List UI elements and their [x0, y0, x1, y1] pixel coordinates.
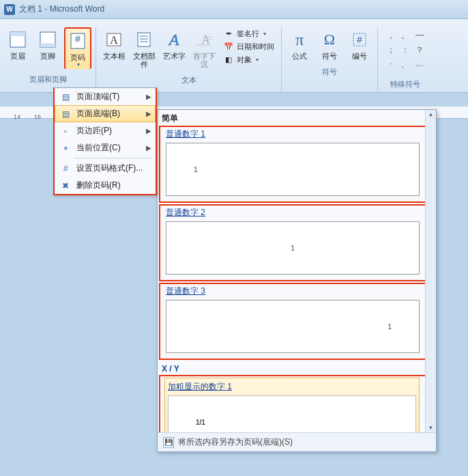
docparts-icon — [133, 29, 155, 51]
menu-format-page-numbers[interactable]: # 设置页码格式(F)... — [55, 160, 156, 177]
chevron-right-icon: ▶ — [146, 93, 151, 100]
word-icon: W — [4, 4, 15, 15]
page-number-menu: ▤ 页面顶端(T) ▶ ▤ 页面底端(B) ▶ ▫ 页边距(P) ▶ ⌖ 当前位… — [53, 87, 157, 195]
symbol-cell[interactable]: ， — [385, 30, 397, 42]
menu-page-margins[interactable]: ▫ 页边距(P) ▶ — [55, 122, 156, 139]
svg-rect-3 — [40, 43, 55, 47]
gallery-item-plain1[interactable]: 1 — [166, 143, 420, 196]
signature-button[interactable]: ✒ 签名行 ▾ — [220, 27, 277, 40]
symbol-button[interactable]: Ω 符号 — [316, 27, 343, 61]
symbol-cell[interactable]: … — [413, 59, 426, 71]
save-icon: 💾 — [163, 437, 174, 448]
sample-text: 1 — [387, 323, 392, 331]
page-bottom-icon: ▤ — [59, 109, 72, 120]
number-icon: # — [349, 29, 370, 51]
sample-text: 1 — [291, 244, 295, 252]
group-symbols: π 公式 Ω 符号 # 编号 符号 — [282, 27, 378, 92]
number-button[interactable]: # 编号 — [346, 27, 373, 61]
page-top-icon: ▤ — [59, 92, 72, 102]
footer-button[interactable]: 页脚 — [34, 27, 61, 61]
format-icon: # — [59, 163, 72, 174]
equation-button[interactable]: π 公式 — [286, 27, 313, 61]
chevron-down-icon: ▾ — [77, 61, 80, 68]
gallery-item-plain3-title: 普通数字 3 — [160, 284, 433, 298]
textbox-button[interactable]: A 文本框 — [100, 27, 128, 61]
gallery-item-bold1[interactable]: 加粗显示的数字 1 1/1 — [164, 378, 420, 432]
gallery-save-selection[interactable]: 💾 将所选内容另存为页码(底端)(S) — [158, 432, 436, 451]
scroll-down-icon[interactable]: ▼ — [428, 423, 434, 432]
dropcap-button[interactable]: A 首字下沉 — [190, 27, 218, 70]
svg-text:#: # — [357, 34, 362, 45]
sample-text: 1 — [194, 166, 198, 173]
sample-text: 1/1 — [196, 419, 205, 426]
svg-text:A: A — [168, 31, 179, 48]
scroll-up-icon[interactable]: ▲ — [428, 110, 434, 119]
textbox-icon: A — [103, 29, 125, 51]
group-special: ， 。 — ； ： ？ · 、 … 特殊符号 — [378, 27, 433, 92]
symbol-cell[interactable]: ； — [385, 44, 397, 57]
page-number-gallery: 简单 普通数字 1 1 普通数字 2 1 普通数字 3 1 X / Y 加粗显示… — [157, 109, 437, 452]
chevron-down-icon: ▾ — [256, 57, 259, 63]
gallery-category-simple: 简单 — [158, 110, 436, 126]
ribbon: 页眉 页脚 # 页码 ▾ 页眉和页脚 — [0, 19, 468, 93]
datetime-button[interactable]: 📅 日期和时间 — [220, 40, 277, 53]
group-label-symbols: 符号 — [286, 64, 373, 79]
svg-rect-8 — [138, 33, 150, 46]
group-text: A 文本框 文档部件 A 艺术字 — [96, 27, 282, 92]
svg-text:#: # — [75, 33, 81, 44]
pi-icon: π — [289, 29, 310, 51]
symbol-cell[interactable]: 。 — [399, 30, 411, 42]
group-label-special: 特殊符号 — [382, 76, 428, 91]
calendar-icon: 📅 — [223, 41, 234, 52]
ruler-tick: 16 — [34, 113, 41, 120]
symbol-cell[interactable]: ： — [399, 44, 411, 57]
omega-icon: Ω — [319, 29, 340, 51]
menu-separator — [74, 158, 153, 158]
menu-remove-page-numbers[interactable]: ✖ 删除页码(R) — [55, 177, 156, 194]
ruler-tick: 14 — [14, 113, 20, 120]
chevron-down-icon: ▾ — [263, 31, 266, 37]
chevron-right-icon: ▶ — [146, 110, 151, 117]
chevron-right-icon: ▶ — [146, 127, 151, 135]
wordart-icon: A — [163, 29, 185, 51]
object-icon: ◧ — [223, 54, 234, 65]
gallery-item-plain2-title: 普通数字 2 — [160, 206, 433, 220]
symbol-cell[interactable]: · — [385, 59, 397, 71]
object-button[interactable]: ◧ 对象 ▾ — [220, 53, 277, 66]
footer-icon — [37, 29, 59, 51]
window-title: 文档 1 - Microsoft Word — [19, 3, 104, 15]
current-pos-icon: ⌖ — [59, 143, 72, 154]
gallery-item-plain1-title: 普通数字 1 — [160, 127, 433, 141]
signature-icon: ✒ — [223, 28, 234, 39]
gallery-item-plain2[interactable]: 1 — [166, 221, 420, 275]
menu-bottom-of-page[interactable]: ▤ 页面底端(B) ▶ — [55, 105, 156, 122]
symbol-cell[interactable]: ？ — [413, 44, 426, 57]
dropcap-icon: A — [193, 29, 215, 51]
remove-icon: ✖ — [59, 180, 72, 191]
chevron-right-icon: ▶ — [146, 144, 151, 152]
group-label-text: 文本 — [100, 72, 277, 87]
gallery-item-bold1-title: 加粗显示的数字 1 — [166, 380, 418, 394]
group-header-footer: 页眉 页脚 # 页码 ▾ 页眉和页脚 — [0, 27, 96, 92]
docparts-button[interactable]: 文档部件 — [130, 27, 158, 70]
symbol-cell[interactable]: 、 — [399, 59, 411, 71]
header-icon — [7, 29, 29, 51]
gallery-category-xy: X / Y — [158, 361, 436, 375]
menu-top-of-page[interactable]: ▤ 页面顶端(T) ▶ — [55, 88, 156, 105]
title-bar: W 文档 1 - Microsoft Word — [0, 0, 468, 19]
header-button[interactable]: 页眉 — [4, 27, 31, 61]
menu-current-position[interactable]: ⌖ 当前位置(C) ▶ — [55, 139, 156, 156]
page-number-icon: # — [67, 30, 89, 52]
page-number-button[interactable]: # 页码 ▾ — [64, 27, 91, 69]
page-margins-icon: ▫ — [59, 126, 72, 137]
svg-text:A: A — [110, 34, 118, 46]
symbol-cell[interactable]: — — [413, 30, 426, 42]
svg-rect-1 — [10, 32, 25, 36]
wordart-button[interactable]: A 艺术字 — [160, 27, 188, 61]
gallery-scrollbar[interactable]: ▲ ▼ — [425, 110, 436, 432]
group-label-headerfooter: 页眉和页脚 — [4, 72, 91, 86]
gallery-item-plain3[interactable]: 1 — [166, 300, 420, 353]
